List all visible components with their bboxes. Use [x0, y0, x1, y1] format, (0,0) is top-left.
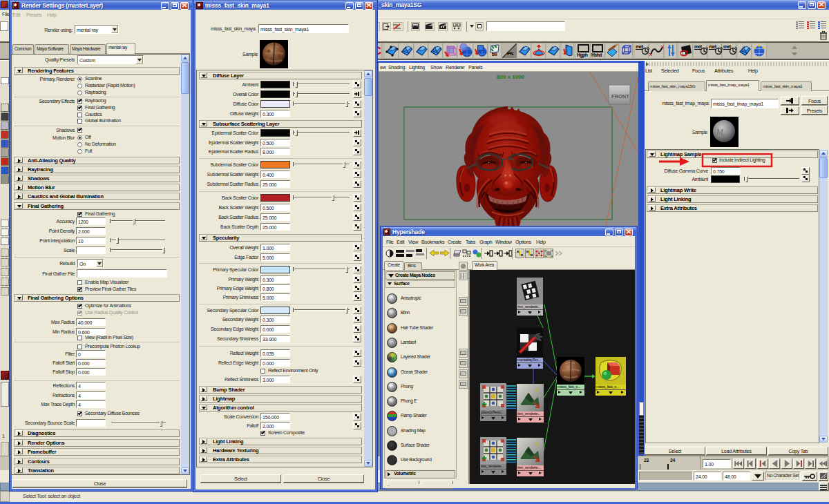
- svg-text:FRONT: FRONT: [611, 93, 629, 99]
- svg-text:aya: aya: [722, 132, 730, 138]
- svg-text:800 x 1000: 800 x 1000: [497, 74, 525, 80]
